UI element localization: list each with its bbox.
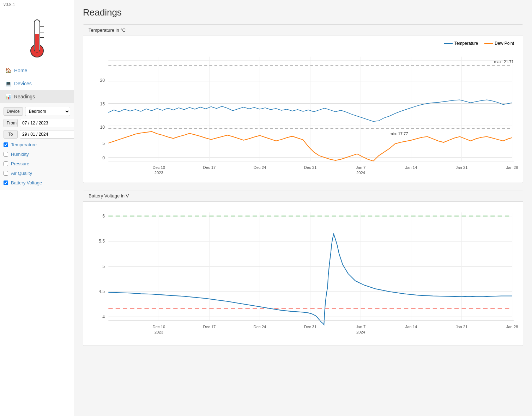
humidity-checkbox-label[interactable]: Humidity <box>11 152 29 157</box>
readings-options: Device Bedroom From To Temperature Humid… <box>0 103 74 190</box>
svg-text:Dec 17: Dec 17 <box>203 325 216 329</box>
svg-text:Dec 24: Dec 24 <box>254 325 266 329</box>
nav-label-devices: Devices <box>14 81 32 86</box>
temperature-checkbox[interactable] <box>4 142 8 147</box>
devices-icon: 💻 <box>5 81 11 86</box>
nav-label-readings: Readings <box>14 94 35 99</box>
svg-text:Jan 21: Jan 21 <box>456 325 468 329</box>
legend-temperature: Temperature <box>444 41 478 46</box>
from-row: From <box>4 119 70 127</box>
temperature-chart-header: Temperature in °C <box>83 25 523 36</box>
checkbox-humidity: Humidity <box>4 151 70 158</box>
temperature-legend: Temperature Dew Point <box>87 39 519 46</box>
to-label: To <box>4 130 18 139</box>
version-label: v0.8.1 <box>0 0 74 9</box>
svg-text:Dec 17: Dec 17 <box>203 165 216 170</box>
temperature-chart-panel: Temperature in °C Temperature Dew Point <box>83 24 523 183</box>
checkbox-battery-voltage: Battery Voltage <box>4 179 70 186</box>
sidebar: v0.8.1 🏠 Home 💻 Devices 📊 Readings Dev <box>0 0 74 416</box>
svg-text:Jan 28: Jan 28 <box>506 165 518 170</box>
svg-text:6: 6 <box>102 214 105 219</box>
main-content: Readings Temperature in °C Temperature D… <box>74 0 532 416</box>
svg-text:min: 17.77: min: 17.77 <box>389 131 408 136</box>
svg-text:Jan 28: Jan 28 <box>506 325 518 329</box>
humidity-checkbox[interactable] <box>4 152 8 157</box>
battery-chart-panel: Battery Voltage in V <box>83 190 523 346</box>
svg-text:Dec 24: Dec 24 <box>254 165 266 170</box>
svg-text:4: 4 <box>102 314 105 319</box>
svg-text:0: 0 <box>102 155 105 160</box>
temperature-legend-label: Temperature <box>454 41 478 46</box>
air-quality-checkbox-label[interactable]: Air Quality <box>11 171 32 176</box>
battery-voltage-checkbox[interactable] <box>4 181 8 185</box>
temperature-svg: max: 21.71 min: 17.77 0 5 10 15 20 Dec 1… <box>87 46 519 179</box>
svg-text:2024: 2024 <box>356 171 365 175</box>
to-row: To <box>4 130 70 139</box>
svg-text:15: 15 <box>100 102 105 106</box>
dewpoint-legend-line <box>484 43 493 44</box>
svg-text:20: 20 <box>100 78 105 83</box>
from-label: From <box>4 119 18 127</box>
svg-text:2023: 2023 <box>155 330 163 334</box>
checkbox-air-quality: Air Quality <box>4 170 70 177</box>
svg-text:Dec 10: Dec 10 <box>153 165 165 170</box>
svg-text:Jan 7: Jan 7 <box>356 325 365 329</box>
home-icon: 🏠 <box>5 68 11 73</box>
nav-label-home: Home <box>14 68 27 73</box>
dewpoint-legend-label: Dew Point <box>495 41 514 46</box>
nav-item-home[interactable]: 🏠 Home <box>0 64 74 77</box>
svg-text:10: 10 <box>100 125 105 130</box>
pressure-checkbox[interactable] <box>4 161 8 166</box>
thermometer-icon <box>19 13 55 59</box>
checkbox-pressure: Pressure <box>4 160 70 167</box>
air-quality-checkbox[interactable] <box>4 171 8 176</box>
svg-text:5.5: 5.5 <box>99 239 105 244</box>
legend-dewpoint: Dew Point <box>484 41 514 46</box>
svg-text:4.5: 4.5 <box>99 289 105 294</box>
battery-svg: 4 4.5 5 5.5 6 Dec 10 2023 Dec 17 Dec 24 … <box>87 205 519 342</box>
readings-icon: 📊 <box>5 94 11 99</box>
svg-text:Jan 7: Jan 7 <box>356 165 365 170</box>
svg-text:2023: 2023 <box>155 171 163 175</box>
nav-item-readings[interactable]: 📊 Readings <box>0 90 74 103</box>
pressure-checkbox-label[interactable]: Pressure <box>11 161 29 166</box>
battery-chart-header: Battery Voltage in V <box>83 190 523 202</box>
device-select[interactable]: Bedroom <box>25 107 70 116</box>
logo-container <box>0 9 74 64</box>
svg-rect-2 <box>35 34 39 52</box>
svg-text:5: 5 <box>102 264 105 269</box>
temperature-checkbox-label[interactable]: Temperature <box>11 142 37 147</box>
svg-text:Dec 31: Dec 31 <box>304 325 317 329</box>
checkbox-temperature: Temperature <box>4 141 70 148</box>
battery-voltage-checkbox-label[interactable]: Battery Voltage <box>11 180 42 185</box>
svg-text:2024: 2024 <box>356 330 365 334</box>
temperature-legend-line <box>444 43 453 44</box>
svg-text:Jan 14: Jan 14 <box>405 165 417 170</box>
from-input[interactable] <box>20 119 74 127</box>
nav-item-devices[interactable]: 💻 Devices <box>0 77 74 90</box>
device-row: Device Bedroom <box>4 107 70 116</box>
svg-text:5: 5 <box>102 141 105 146</box>
svg-text:Dec 31: Dec 31 <box>304 165 317 170</box>
battery-chart-body: 4 4.5 5 5.5 6 Dec 10 2023 Dec 17 Dec 24 … <box>83 202 523 345</box>
svg-text:max: 21.71: max: 21.71 <box>494 60 514 64</box>
svg-text:Dec 10: Dec 10 <box>153 325 165 329</box>
page-title: Readings <box>83 7 523 18</box>
svg-text:Jan 21: Jan 21 <box>456 165 468 170</box>
temperature-chart-body: Temperature Dew Point <box>83 36 523 183</box>
to-input[interactable] <box>20 130 74 139</box>
svg-text:Jan 14: Jan 14 <box>405 325 417 329</box>
device-label: Device <box>4 107 23 116</box>
